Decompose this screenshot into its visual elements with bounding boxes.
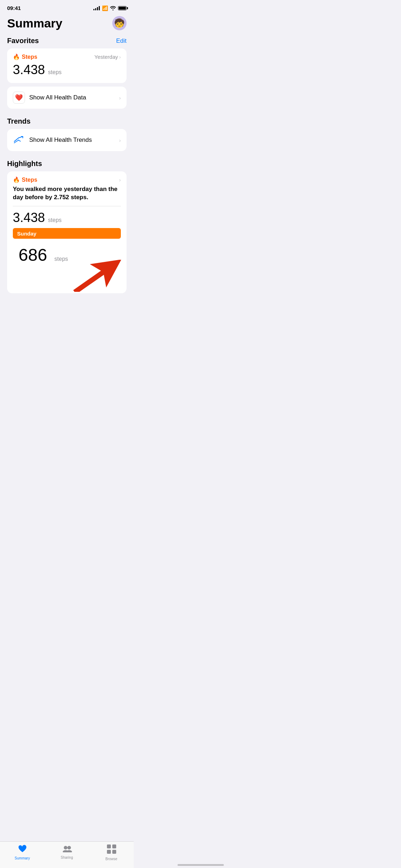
favorites-header: Favorites Edit [7,37,127,45]
battery-icon [118,6,127,10]
highlight-number: 3.438 [13,210,45,225]
svg-line-3 [19,140,21,141]
sunday-bar-label: Sunday [17,231,36,237]
highlight-value-row: 3.438 steps [13,210,121,225]
show-all-health-label: Show All Health Data [29,94,86,101]
highlights-title: Highlights [7,160,42,168]
trends-title: Trends [7,117,31,125]
red-arrow-icon [70,260,127,292]
show-all-health-row[interactable]: ❤️ Show All Health Data › [7,87,127,109]
page-content: Summary 🧒 Favorites Edit 🔥 Steps Yesterd… [0,13,134,332]
avatar[interactable]: 🧒 [112,16,127,30]
favorites-title: Favorites [7,37,39,45]
wifi-icon [110,6,116,10]
show-all-health-left: ❤️ Show All Health Data [13,92,86,104]
chevron-right-icon: › [119,54,121,60]
chevron-right-icon: › [119,95,121,101]
divider [13,206,121,206]
chevron-right-icon: › [119,137,121,143]
show-all-trends-left: Show All Health Trends [13,134,92,146]
edit-button[interactable]: Edit [116,37,127,45]
steps-number: 3.438 [13,62,45,77]
trends-icon-wrap [13,134,25,146]
page-title: Summary [7,16,62,30]
status-icons: 📶 [93,5,127,11]
svg-line-0 [14,138,19,141]
partial-unit: steps [55,256,68,262]
status-bar: 09:41 📶 [0,0,134,13]
red-arrow-indicator [70,260,127,293]
steps-value: 3.438 steps [7,62,127,83]
signal-icon [93,6,100,10]
flame-icon: 🔥 [13,53,20,60]
show-all-trends-label: Show All Health Trends [29,136,92,144]
highlights-body: You walked more yesterday than the day b… [7,185,127,244]
svg-marker-4 [70,260,127,292]
highlights-description: You walked more yesterday than the day b… [13,185,121,202]
highlights-header: Highlights [7,160,127,168]
highlight-unit: steps [48,217,62,223]
highlights-steps-label: 🔥 Steps [13,176,37,183]
wifi-icon: 📶 [102,5,108,11]
highlights-top-row: 🔥 Steps › [7,171,127,185]
highlights-card[interactable]: 🔥 Steps › You walked more yesterday than… [7,171,127,293]
steps-label: 🔥 Steps [13,53,37,60]
trends-icon [14,136,24,144]
partial-number: 686 [13,243,53,264]
health-app-icon: ❤️ [13,92,25,104]
page-header: Summary 🧒 [7,16,127,30]
trends-header: Trends [7,117,127,125]
chevron-right-icon: › [119,177,121,183]
steps-unit: steps [48,69,62,75]
show-all-trends-card[interactable]: Show All Health Trends › [7,129,127,151]
show-all-health-card[interactable]: ❤️ Show All Health Data › [7,87,127,109]
steps-card-header: 🔥 Steps Yesterday › [7,48,127,62]
steps-card[interactable]: 🔥 Steps Yesterday › 3.438 steps [7,48,127,83]
sunday-bar: Sunday [13,228,121,239]
status-time: 09:41 [7,5,21,11]
steps-period: Yesterday › [94,54,121,60]
partial-value-row: 686 steps [7,244,127,265]
show-all-trends-row[interactable]: Show All Health Trends › [7,129,127,151]
arrow-area [7,265,127,293]
flame-icon: 🔥 [13,176,20,183]
